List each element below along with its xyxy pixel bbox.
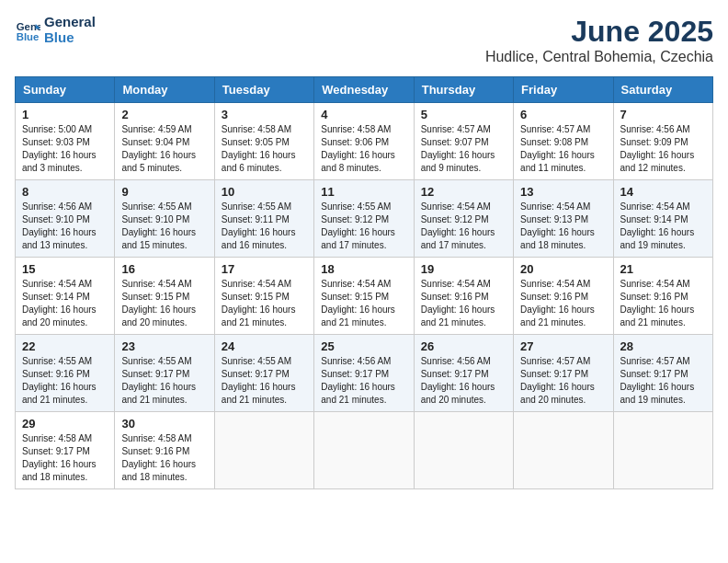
day-info: Sunrise: 4:54 AM Sunset: 9:16 PM Dayligh… [520,278,606,329]
calendar-cell: 13Sunrise: 4:54 AM Sunset: 9:13 PM Dayli… [514,180,613,258]
calendar-cell: 21Sunrise: 4:54 AM Sunset: 9:16 PM Dayli… [613,258,712,335]
day-info: Sunrise: 4:58 AM Sunset: 9:16 PM Dayligh… [121,432,207,484]
day-number: 14 [620,185,706,199]
day-number: 27 [520,339,606,353]
calendar-cell: 2Sunrise: 4:59 AM Sunset: 9:04 PM Daylig… [115,103,214,180]
calendar-cell: 4Sunrise: 4:58 AM Sunset: 9:06 PM Daylig… [314,103,414,180]
weekday-header-saturday: Saturday [613,77,712,103]
day-info: Sunrise: 5:00 AM Sunset: 9:03 PM Dayligh… [22,123,108,175]
day-number: 21 [620,262,706,276]
day-number: 29 [22,417,108,431]
day-info: Sunrise: 4:54 AM Sunset: 9:15 PM Dayligh… [321,278,406,329]
day-info: Sunrise: 4:54 AM Sunset: 9:16 PM Dayligh… [620,278,706,329]
day-number: 28 [620,339,706,353]
calendar-cell: 3Sunrise: 4:58 AM Sunset: 9:05 PM Daylig… [214,103,313,180]
calendar-cell: 7Sunrise: 4:56 AM Sunset: 9:09 PM Daylig… [613,103,712,180]
weekday-header-sunday: Sunday [16,77,115,103]
calendar-cell: 20Sunrise: 4:54 AM Sunset: 9:16 PM Dayli… [514,258,613,335]
day-info: Sunrise: 4:55 AM Sunset: 9:11 PM Dayligh… [222,201,307,252]
day-info: Sunrise: 4:56 AM Sunset: 9:10 PM Dayligh… [22,201,108,252]
calendar-cell: 15Sunrise: 4:54 AM Sunset: 9:14 PM Dayli… [16,258,115,335]
calendar-cell [214,412,313,489]
day-info: Sunrise: 4:58 AM Sunset: 9:05 PM Dayligh… [222,123,307,175]
day-number: 22 [22,339,108,353]
calendar-cell: 5Sunrise: 4:57 AM Sunset: 9:07 PM Daylig… [414,103,513,180]
location-title: Hudlice, Central Bohemia, Czechia [485,49,713,65]
day-number: 18 [321,262,406,276]
day-number: 30 [121,417,207,431]
day-info: Sunrise: 4:54 AM Sunset: 9:14 PM Dayligh… [22,278,108,329]
calendar-cell: 12Sunrise: 4:54 AM Sunset: 9:12 PM Dayli… [414,180,513,258]
day-number: 26 [421,339,506,353]
day-info: Sunrise: 4:55 AM Sunset: 9:12 PM Dayligh… [321,201,406,252]
day-number: 23 [121,339,207,353]
calendar-cell: 26Sunrise: 4:56 AM Sunset: 9:17 PM Dayli… [414,335,513,412]
title-area: June 2025 Hudlice, Central Bohemia, Czec… [485,15,713,65]
weekday-header-monday: Monday [115,77,214,103]
calendar-cell: 1Sunrise: 5:00 AM Sunset: 9:03 PM Daylig… [16,103,115,180]
day-number: 19 [421,262,506,276]
calendar-cell: 18Sunrise: 4:54 AM Sunset: 9:15 PM Dayli… [314,258,414,335]
day-number: 15 [22,262,108,276]
day-info: Sunrise: 4:54 AM Sunset: 9:13 PM Dayligh… [520,201,606,252]
day-number: 25 [321,339,406,353]
day-info: Sunrise: 4:54 AM Sunset: 9:15 PM Dayligh… [222,278,307,329]
calendar-table: SundayMondayTuesdayWednesdayThursdayFrid… [15,76,713,489]
day-info: Sunrise: 4:54 AM Sunset: 9:16 PM Dayligh… [421,278,506,329]
day-number: 5 [421,108,506,121]
weekday-header-thursday: Thursday [414,77,513,103]
calendar-cell [514,412,613,489]
calendar-cell: 30Sunrise: 4:58 AM Sunset: 9:16 PM Dayli… [115,412,214,489]
day-number: 9 [121,185,207,199]
day-info: Sunrise: 4:58 AM Sunset: 9:06 PM Dayligh… [321,123,406,175]
day-number: 6 [520,108,606,121]
day-number: 10 [222,185,307,199]
calendar-cell: 10Sunrise: 4:55 AM Sunset: 9:11 PM Dayli… [214,180,313,258]
calendar-cell: 28Sunrise: 4:57 AM Sunset: 9:17 PM Dayli… [613,335,712,412]
day-number: 17 [222,262,307,276]
page-header: General Blue General Blue June 2025 Hudl… [15,15,713,65]
day-number: 24 [222,339,307,353]
calendar-cell: 27Sunrise: 4:57 AM Sunset: 9:17 PM Dayli… [514,335,613,412]
day-info: Sunrise: 4:59 AM Sunset: 9:04 PM Dayligh… [121,123,207,175]
day-info: Sunrise: 4:55 AM Sunset: 9:17 PM Dayligh… [222,355,307,407]
day-info: Sunrise: 4:55 AM Sunset: 9:16 PM Dayligh… [22,355,108,407]
day-number: 7 [620,108,706,121]
calendar-cell: 25Sunrise: 4:56 AM Sunset: 9:17 PM Dayli… [314,335,414,412]
day-number: 2 [121,108,207,121]
day-info: Sunrise: 4:55 AM Sunset: 9:17 PM Dayligh… [121,355,207,407]
day-number: 13 [520,185,606,199]
day-number: 16 [121,262,207,276]
day-info: Sunrise: 4:54 AM Sunset: 9:15 PM Dayligh… [121,278,207,329]
day-number: 1 [22,108,108,121]
calendar-cell: 6Sunrise: 4:57 AM Sunset: 9:08 PM Daylig… [514,103,613,180]
logo-line2: Blue [44,30,96,46]
weekday-header-row: SundayMondayTuesdayWednesdayThursdayFrid… [16,77,713,103]
calendar-cell: 24Sunrise: 4:55 AM Sunset: 9:17 PM Dayli… [214,335,313,412]
calendar-cell: 23Sunrise: 4:55 AM Sunset: 9:17 PM Dayli… [115,335,214,412]
day-number: 20 [520,262,606,276]
day-info: Sunrise: 4:56 AM Sunset: 9:17 PM Dayligh… [421,355,506,407]
weekday-header-wednesday: Wednesday [314,77,414,103]
calendar-cell [613,412,712,489]
calendar-cell: 9Sunrise: 4:55 AM Sunset: 9:10 PM Daylig… [115,180,214,258]
day-info: Sunrise: 4:54 AM Sunset: 9:12 PM Dayligh… [421,201,506,252]
day-info: Sunrise: 4:57 AM Sunset: 9:07 PM Dayligh… [421,123,506,175]
day-number: 4 [321,108,406,121]
calendar-cell: 22Sunrise: 4:55 AM Sunset: 9:16 PM Dayli… [16,335,115,412]
logo-line1: General [44,15,96,30]
calendar-cell: 14Sunrise: 4:54 AM Sunset: 9:14 PM Dayli… [613,180,712,258]
weekday-header-friday: Friday [514,77,613,103]
calendar-cell: 8Sunrise: 4:56 AM Sunset: 9:10 PM Daylig… [16,180,115,258]
calendar-cell [414,412,513,489]
svg-text:Blue: Blue [17,30,40,41]
day-info: Sunrise: 4:57 AM Sunset: 9:17 PM Dayligh… [620,355,706,407]
day-info: Sunrise: 4:58 AM Sunset: 9:17 PM Dayligh… [22,432,108,484]
day-info: Sunrise: 4:55 AM Sunset: 9:10 PM Dayligh… [121,201,207,252]
calendar-cell: 19Sunrise: 4:54 AM Sunset: 9:16 PM Dayli… [414,258,513,335]
calendar-cell: 11Sunrise: 4:55 AM Sunset: 9:12 PM Dayli… [314,180,414,258]
day-info: Sunrise: 4:54 AM Sunset: 9:14 PM Dayligh… [620,201,706,252]
weekday-header-tuesday: Tuesday [214,77,313,103]
day-number: 12 [421,185,506,199]
logo: General Blue General Blue [15,15,96,45]
